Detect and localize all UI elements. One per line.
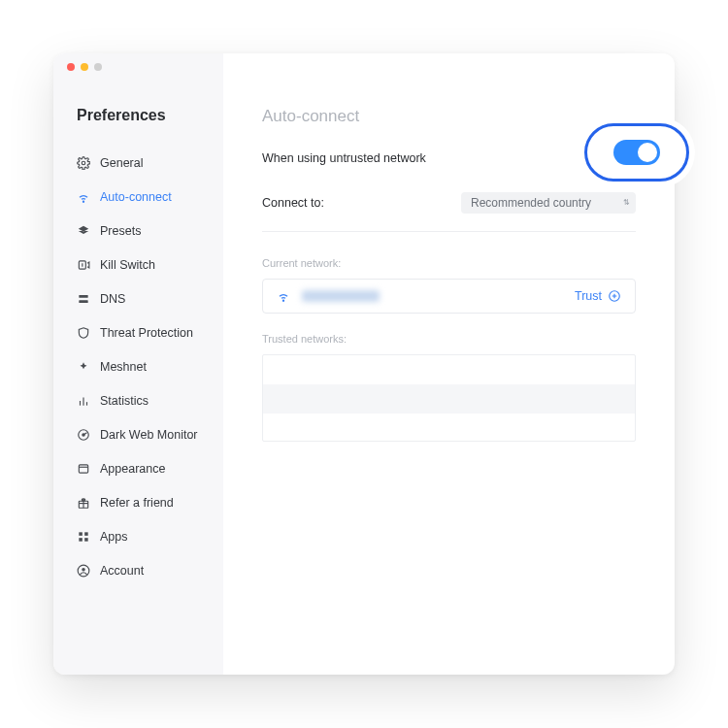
close-window-button[interactable]: [67, 63, 75, 71]
current-network-name: [302, 290, 380, 302]
radar-icon: [77, 428, 90, 442]
auto-connect-toggle[interactable]: [613, 140, 660, 165]
wifi-icon: [77, 190, 90, 204]
sidebar-item-label: Threat Protection: [100, 326, 193, 340]
zoom-window-button[interactable]: [94, 63, 102, 71]
untrusted-network-row: When using untrusted network: [262, 151, 636, 165]
connect-to-row: Connect to: Recommended country ⇅: [262, 192, 636, 214]
page-title: Preferences: [77, 107, 223, 124]
sidebar-item-statistics[interactable]: Statistics: [77, 383, 223, 417]
mesh-icon: [77, 360, 90, 374]
sidebar-item-kill-switch[interactable]: Kill Switch: [77, 248, 223, 281]
server-icon: [77, 292, 90, 306]
sidebar-item-appearance[interactable]: Appearance: [77, 451, 223, 485]
svg-rect-3: [79, 294, 87, 297]
list-item[interactable]: [263, 414, 635, 442]
trusted-networks-list: [262, 354, 636, 442]
window-icon: [77, 462, 90, 476]
sidebar-item-auto-connect[interactable]: Auto-connect: [77, 180, 223, 214]
svg-point-6: [83, 433, 84, 435]
plus-circle-icon: [608, 289, 621, 303]
sidebar-item-label: General: [100, 156, 143, 170]
trust-button[interactable]: Trust: [575, 289, 621, 303]
sidebar-item-account[interactable]: Account: [77, 553, 223, 587]
chevron-updown-icon: ⇅: [623, 199, 630, 207]
highlight-bubble: [584, 123, 689, 182]
svg-rect-7: [79, 464, 87, 472]
svg-rect-4: [79, 300, 87, 303]
minimize-window-button[interactable]: [81, 63, 88, 71]
connect-to-label: Connect to:: [262, 196, 324, 210]
sidebar-nav: General Auto-connect Presets Kill Switch: [77, 146, 223, 587]
connect-to-select[interactable]: Recommended country ⇅: [461, 192, 636, 214]
gift-icon: [77, 496, 90, 510]
account-icon: [77, 564, 90, 578]
svg-point-0: [82, 161, 85, 165]
gear-icon: [77, 156, 90, 170]
sidebar-item-refer-a-friend[interactable]: Refer a friend: [77, 485, 223, 519]
sidebar-item-label: DNS: [100, 292, 125, 306]
svg-rect-11: [79, 538, 83, 542]
shield-icon: [77, 326, 90, 340]
svg-rect-12: [84, 538, 88, 542]
sidebar: Preferences General Auto-connect Presets: [53, 53, 223, 675]
wifi-icon: [277, 289, 290, 303]
divider: [262, 231, 636, 232]
svg-point-14: [82, 568, 85, 572]
layers-icon: [77, 224, 90, 238]
sidebar-item-meshnet[interactable]: Meshnet: [77, 349, 223, 383]
power-icon: [77, 258, 90, 272]
connect-to-value: Recommended country: [471, 196, 591, 210]
sidebar-item-label: Presets: [100, 224, 141, 238]
sidebar-item-apps[interactable]: Apps: [77, 519, 223, 553]
sidebar-item-dns[interactable]: DNS: [77, 281, 223, 315]
window-controls: [67, 63, 102, 71]
sidebar-item-label: Statistics: [100, 394, 149, 408]
svg-rect-9: [79, 532, 83, 536]
sidebar-item-label: Account: [100, 564, 144, 578]
sidebar-item-label: Refer a friend: [100, 496, 174, 510]
svg-rect-10: [84, 532, 88, 536]
sidebar-item-label: Auto-connect: [100, 190, 172, 204]
sidebar-item-presets[interactable]: Presets: [77, 214, 223, 248]
sidebar-item-label: Dark Web Monitor: [100, 428, 198, 442]
current-network-row: Trust: [262, 279, 636, 314]
list-item[interactable]: [263, 355, 635, 384]
svg-point-1: [83, 201, 83, 202]
trusted-networks-label: Trusted networks:: [262, 333, 636, 345]
main-panel: Auto-connect When using untrusted networ…: [223, 53, 675, 675]
sidebar-item-label: Apps: [100, 530, 128, 544]
untrusted-network-label: When using untrusted network: [262, 151, 426, 165]
trust-button-label: Trust: [575, 289, 602, 303]
list-item[interactable]: [263, 384, 635, 414]
toggle-knob: [638, 143, 657, 162]
sidebar-item-dark-web-monitor[interactable]: Dark Web Monitor: [77, 417, 223, 451]
sidebar-item-general[interactable]: General: [77, 146, 223, 180]
sidebar-item-threat-protection[interactable]: Threat Protection: [77, 315, 223, 349]
preferences-window: Preferences General Auto-connect Presets: [53, 53, 675, 675]
panel-heading: Auto-connect: [262, 107, 636, 126]
bars-icon: [77, 394, 90, 408]
current-network-label: Current network:: [262, 257, 636, 269]
grid-icon: [77, 530, 90, 544]
svg-point-15: [282, 300, 283, 301]
sidebar-item-label: Meshnet: [100, 360, 147, 374]
sidebar-item-label: Appearance: [100, 462, 165, 476]
sidebar-item-label: Kill Switch: [100, 258, 155, 272]
